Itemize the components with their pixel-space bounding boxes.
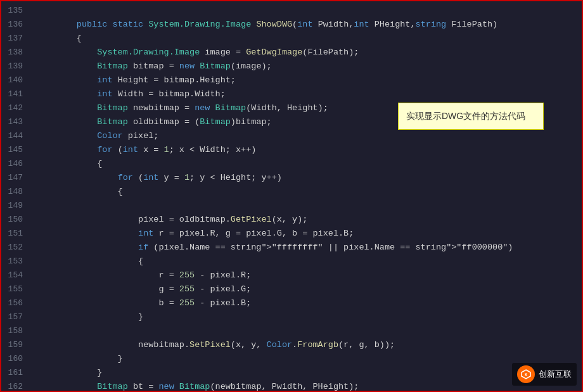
table-row: 153 { bbox=[1, 255, 582, 269]
line-content bbox=[33, 4, 582, 18]
table-row: 138 System.Drawing.Image image = GetDwgI… bbox=[1, 46, 582, 60]
line-number: 156 bbox=[1, 296, 33, 310]
line-content: r = 255 - pixel.R; bbox=[33, 269, 582, 282]
line-content: b = 255 - pixel.B; bbox=[33, 296, 582, 310]
line-number: 148 bbox=[1, 185, 33, 199]
table-row: 159 newbitmap.SetPixel(x, y, Color.FromA… bbox=[1, 338, 582, 352]
line-number: 147 bbox=[1, 171, 33, 185]
line-content: { bbox=[33, 157, 582, 171]
table-row: 145 for (int x = 1; x < Width; x++) bbox=[1, 143, 582, 157]
tooltip-box: 实现显示DWG文件的方法代码 bbox=[398, 103, 544, 130]
line-content bbox=[33, 199, 582, 213]
line-number: 140 bbox=[1, 73, 33, 87]
line-content: Bitmap bt = new Bitmap(newbitmap, Pwidth… bbox=[33, 380, 582, 392]
line-content: if (pixel.Name == string">"ffffffff" || … bbox=[33, 241, 582, 255]
line-number: 154 bbox=[1, 269, 33, 282]
line-content: } bbox=[33, 352, 582, 366]
line-number: 150 bbox=[1, 213, 33, 227]
watermark-icon: K bbox=[517, 365, 535, 383]
table-row: 149 bbox=[1, 199, 582, 213]
watermark: K 创新互联 bbox=[512, 363, 577, 386]
table-row: 151 int r = pixel.R, g = pixel.G, b = pi… bbox=[1, 227, 582, 241]
line-number: 135 bbox=[1, 4, 33, 18]
table-row: 155 g = 255 - pixel.G; bbox=[1, 282, 582, 296]
table-row: 136 public static System.Drawing.Image S… bbox=[1, 18, 582, 32]
table-row: 140 int Height = bitmap.Height; bbox=[1, 73, 582, 87]
line-content: pixel = oldbitmap.GetPixel(x, y); bbox=[33, 213, 582, 227]
table-row: 135 bbox=[1, 4, 582, 18]
line-content: { bbox=[33, 32, 582, 46]
table-row: 158 bbox=[1, 324, 582, 338]
table-row: 162 Bitmap bt = new Bitmap(newbitmap, Pw… bbox=[1, 380, 582, 392]
line-content: for (int y = 1; y < Height; y++) bbox=[33, 171, 582, 185]
line-number: 142 bbox=[1, 101, 33, 115]
line-number: 155 bbox=[1, 282, 33, 296]
table-row: 152 if (pixel.Name == string">"ffffffff"… bbox=[1, 241, 582, 255]
line-content: { bbox=[33, 255, 582, 269]
line-content: System.Drawing.Image image = GetDwgImage… bbox=[33, 46, 582, 60]
line-number: 136 bbox=[1, 18, 33, 32]
watermark-text: 创新互联 bbox=[539, 369, 572, 380]
svg-text:K: K bbox=[525, 372, 528, 377]
table-row: 146 { bbox=[1, 157, 582, 171]
line-content bbox=[33, 324, 582, 338]
table-row: 150 pixel = oldbitmap.GetPixel(x, y); bbox=[1, 213, 582, 227]
line-number: 139 bbox=[1, 60, 33, 73]
code-editor: 135 136 public static System.Drawing.Ima… bbox=[0, 0, 583, 392]
tooltip-text: 实现显示DWG文件的方法代码 bbox=[406, 111, 525, 121]
table-row: 137 { bbox=[1, 32, 582, 46]
table-row: 147 for (int y = 1; y < Height; y++) bbox=[1, 171, 582, 185]
line-number: 141 bbox=[1, 87, 33, 101]
line-number: 161 bbox=[1, 366, 33, 380]
line-number: 159 bbox=[1, 338, 33, 352]
table-row: 157 } bbox=[1, 310, 582, 324]
line-number: 158 bbox=[1, 324, 33, 338]
table-row: 141 int Width = bitmap.Width; bbox=[1, 87, 582, 101]
table-row: 156 b = 255 - pixel.B; bbox=[1, 296, 582, 310]
brand-icon: K bbox=[520, 369, 532, 380]
line-content: newbitmap.SetPixel(x, y, Color.FromArgb(… bbox=[33, 338, 582, 352]
line-number: 152 bbox=[1, 241, 33, 255]
line-content: int Height = bitmap.Height; bbox=[33, 73, 582, 87]
table-row: 148 { bbox=[1, 185, 582, 199]
line-number: 153 bbox=[1, 255, 33, 269]
line-content: int Width = bitmap.Width; bbox=[33, 87, 582, 101]
table-row: 144 Color pixel; bbox=[1, 129, 582, 143]
line-number: 157 bbox=[1, 310, 33, 324]
line-number: 149 bbox=[1, 199, 33, 213]
line-content: g = 255 - pixel.G; bbox=[33, 282, 582, 296]
line-number: 146 bbox=[1, 157, 33, 171]
table-row: 160 } bbox=[1, 352, 582, 366]
table-row: 154 r = 255 - pixel.R; bbox=[1, 269, 582, 282]
line-number: 138 bbox=[1, 46, 33, 60]
line-content: } bbox=[33, 310, 582, 324]
line-content: Color pixel; bbox=[33, 129, 582, 143]
line-content: public static System.Drawing.Image ShowD… bbox=[33, 18, 582, 32]
line-number: 137 bbox=[1, 32, 33, 46]
code-area: 135 136 public static System.Drawing.Ima… bbox=[1, 1, 582, 392]
line-number: 151 bbox=[1, 227, 33, 241]
line-content: Bitmap bitmap = new Bitmap(image); bbox=[33, 60, 582, 73]
line-content: int r = pixel.R, g = pixel.G, b = pixel.… bbox=[33, 227, 582, 241]
line-number: 143 bbox=[1, 115, 33, 129]
line-number: 160 bbox=[1, 352, 33, 366]
line-content: { bbox=[33, 185, 582, 199]
line-content: for (int x = 1; x < Width; x++) bbox=[33, 143, 582, 157]
line-number: 144 bbox=[1, 129, 33, 143]
line-number: 145 bbox=[1, 143, 33, 157]
table-row: 139 Bitmap bitmap = new Bitmap(image); bbox=[1, 60, 582, 73]
line-content: } bbox=[33, 366, 582, 380]
table-row: 161 } bbox=[1, 366, 582, 380]
line-number: 162 bbox=[1, 380, 33, 392]
